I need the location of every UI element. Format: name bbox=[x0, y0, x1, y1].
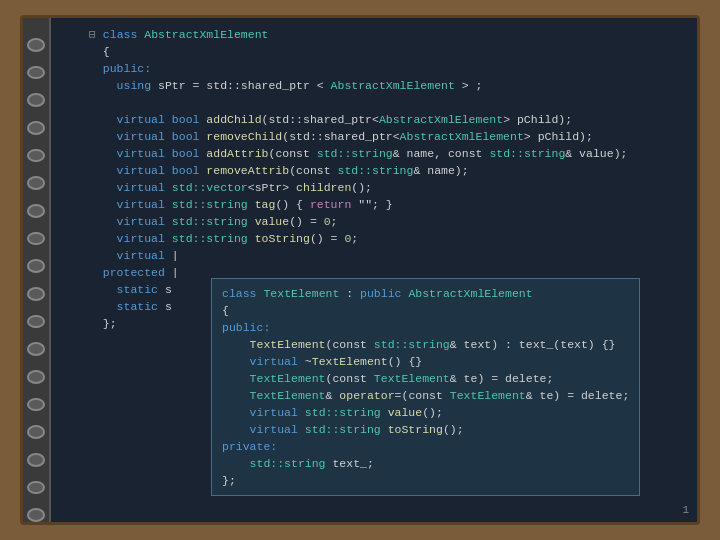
popup-code: class TextElement : public AbstractXmlEl… bbox=[222, 285, 629, 489]
spiral-ring bbox=[27, 315, 45, 329]
page-number: 1 bbox=[682, 504, 689, 516]
spiral-ring bbox=[27, 149, 45, 163]
spiral-ring bbox=[27, 508, 45, 522]
spiral-ring bbox=[27, 453, 45, 467]
spiral-ring bbox=[27, 370, 45, 384]
spiral-ring bbox=[27, 38, 45, 52]
spiral-ring bbox=[27, 204, 45, 218]
spiral-ring bbox=[27, 66, 45, 80]
spiral-ring bbox=[27, 259, 45, 273]
notebook: ⊟ class AbstractXmlElement { public: usi… bbox=[20, 15, 700, 525]
spiral-ring bbox=[27, 287, 45, 301]
code-content: ⊟ class AbstractXmlElement { public: usi… bbox=[81, 18, 697, 522]
spiral-ring bbox=[27, 232, 45, 246]
spiral-ring bbox=[27, 342, 45, 356]
spiral-ring bbox=[27, 398, 45, 412]
spiral-ring bbox=[27, 121, 45, 135]
popup-class-definition: class TextElement : public AbstractXmlEl… bbox=[211, 278, 640, 496]
spiral-ring bbox=[27, 176, 45, 190]
spiral-ring bbox=[27, 425, 45, 439]
spiral-ring bbox=[27, 93, 45, 107]
spiral-binding bbox=[23, 18, 51, 522]
spiral-ring bbox=[27, 481, 45, 495]
code-area: ⊟ class AbstractXmlElement { public: usi… bbox=[51, 18, 697, 522]
